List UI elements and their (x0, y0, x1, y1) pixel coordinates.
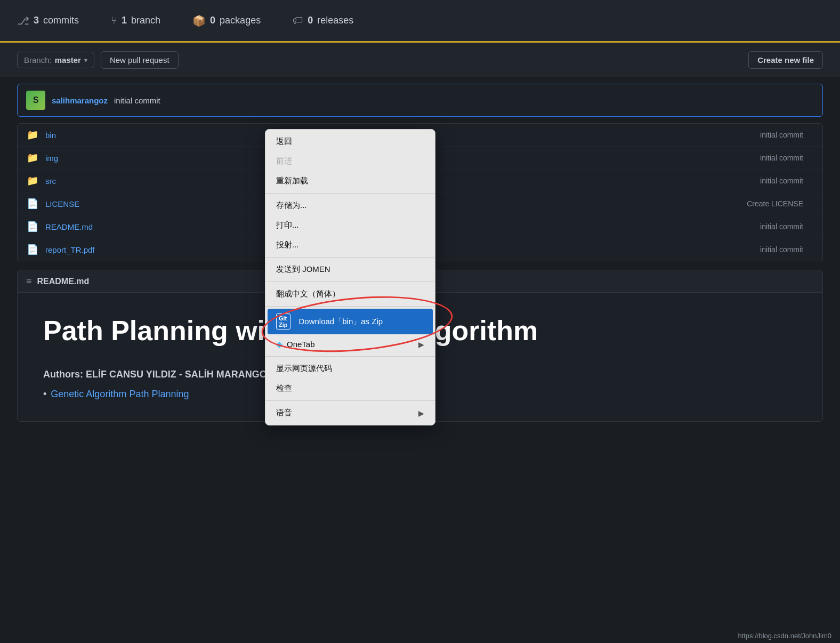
folder-icon: 📁 (26, 175, 39, 187)
releases-icon: 🏷 (293, 14, 303, 27)
list-bullet: • (43, 389, 46, 400)
onetab-icon: ◆ (276, 339, 282, 349)
chevron-right-icon: ▶ (418, 340, 424, 349)
avatar: S (26, 91, 45, 110)
chevron-down-icon: ▾ (84, 57, 87, 64)
git-zip-icon: GitZip (276, 314, 290, 329)
file-name-img[interactable]: img (45, 154, 152, 163)
file-name-readme[interactable]: README.md (45, 222, 152, 231)
packages-label: packages (220, 15, 261, 26)
commits-label: commits (43, 15, 79, 26)
cm-speech[interactable]: 语音 ▶ (265, 403, 435, 423)
readme-title: README.md (37, 277, 90, 286)
releases-count: 0 (308, 15, 313, 26)
branch-name: master (55, 55, 81, 65)
cm-onetab[interactable]: ◆ OneTab ▶ (265, 334, 435, 354)
cm-send-to-jomen[interactable]: 发送到 JOMEN (265, 260, 435, 279)
packages-icon: 📦 (192, 14, 206, 27)
branch-label: branch (131, 15, 160, 26)
file-commit-src: initial commit (158, 176, 814, 185)
status-url: https://blog.csdn.net/JohnJim0 (738, 632, 831, 640)
file-name-src[interactable]: src (45, 176, 152, 186)
file-icon: 📄 (26, 244, 39, 255)
folder-icon: 📁 (26, 152, 39, 164)
stats-bar: ⎇ 3 commits ⑂ 1 branch 📦 0 packages 🏷 0 … (0, 0, 840, 43)
cm-reload[interactable]: 重新加载 (265, 171, 435, 191)
commit-banner: S salihmarangoz initial commit (17, 84, 823, 117)
branch-count: 1 (122, 15, 127, 26)
cm-inspect[interactable]: 检查 (265, 379, 435, 398)
file-commit-report: initial commit (158, 245, 814, 254)
releases-label: releases (317, 15, 353, 26)
cm-sep-1 (265, 193, 435, 194)
commits-count: 3 (34, 15, 39, 26)
chevron-right-icon-2: ▶ (418, 409, 424, 417)
context-menu-overlay: 返回 前进 重新加载 存储为... 打印... 投射... 发送到 JOMEN … (265, 129, 435, 425)
file-commit-readme: initial commit (158, 222, 814, 231)
commits-stat[interactable]: ⎇ 3 commits (17, 14, 79, 27)
file-commit-license: Create LICENSE (158, 199, 814, 208)
file-commit-bin: initial commit (158, 131, 814, 139)
cm-sep-3 (265, 282, 435, 282)
readme-icon: ≡ (26, 276, 32, 287)
cm-sep-4 (265, 306, 435, 307)
releases-stat[interactable]: 🏷 0 releases (293, 14, 353, 27)
folder-icon: 📁 (26, 129, 39, 141)
file-name-license[interactable]: LICENSE (45, 199, 152, 208)
file-name-bin[interactable]: bin (45, 131, 152, 140)
cm-sep-6 (265, 400, 435, 401)
commit-message: initial commit (114, 96, 160, 105)
file-icon: 📄 (26, 221, 39, 232)
create-new-file-button[interactable]: Create new file (748, 51, 823, 69)
branch-selector[interactable]: Branch: master ▾ (17, 52, 94, 68)
commit-author[interactable]: salihmarangoz (52, 96, 108, 105)
cm-forward: 前进 (265, 151, 435, 171)
new-pull-request-button[interactable]: New pull request (101, 51, 179, 69)
commits-icon: ⎇ (17, 14, 29, 27)
context-menu: 返回 前进 重新加载 存储为... 打印... 投射... 发送到 JOMEN … (265, 129, 435, 425)
cm-view-source[interactable]: 显示网页源代码 (265, 359, 435, 379)
packages-count: 0 (210, 15, 215, 26)
readme-link[interactable]: Genetic Algorithm Path Planning (51, 389, 189, 400)
cm-cast[interactable]: 投射... (265, 235, 435, 255)
file-name-report[interactable]: report_TR.pdf (45, 245, 152, 254)
cm-save-as[interactable]: 存储为... (265, 196, 435, 215)
cm-back[interactable]: 返回 (265, 132, 435, 151)
cm-translate[interactable]: 翻成中文（简体） (265, 284, 435, 304)
cm-print[interactable]: 打印... (265, 215, 435, 235)
branch-icon: ⑂ (111, 14, 117, 27)
cm-download-zip[interactable]: GitZip Download「bin」as Zip (268, 309, 433, 334)
cm-sep-5 (265, 356, 435, 357)
packages-stat[interactable]: 📦 0 packages (192, 14, 261, 27)
status-bar: https://blog.csdn.net/JohnJim0 (729, 629, 840, 643)
file-icon: 📄 (26, 198, 39, 210)
toolbar: Branch: master ▾ New pull request Create… (0, 43, 840, 77)
branch-prefix: Branch: (24, 55, 52, 65)
cm-sep-2 (265, 257, 435, 258)
branch-stat[interactable]: ⑂ 1 branch (111, 14, 160, 27)
file-commit-img: initial commit (158, 154, 814, 162)
